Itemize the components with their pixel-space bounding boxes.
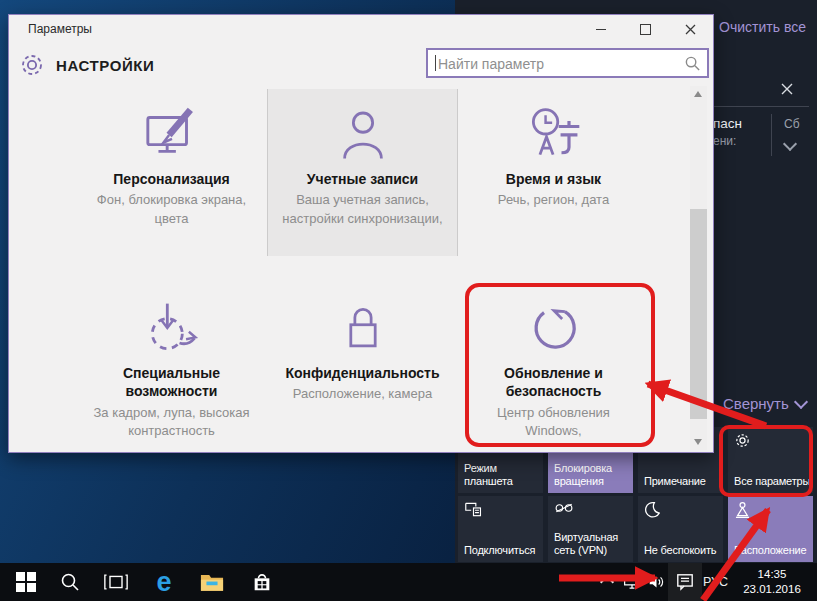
action-center-icon	[676, 573, 694, 591]
notification-day: Сб	[784, 117, 800, 131]
quick-action-tile-connect[interactable]: Подключиться	[458, 496, 543, 562]
action-center-tray-button[interactable]	[668, 563, 702, 601]
search-input[interactable]	[436, 50, 670, 78]
notification-expand-button[interactable]	[785, 139, 795, 149]
window-title: Параметры	[28, 22, 92, 36]
close-button[interactable]	[668, 15, 713, 43]
display-icon	[623, 574, 641, 590]
start-button[interactable]	[8, 563, 44, 601]
store-icon	[251, 571, 273, 593]
task-view-icon	[104, 574, 128, 590]
page-title: НАСТРОЙКИ	[56, 57, 155, 74]
maximize-icon	[640, 24, 651, 35]
tray-expand-button[interactable]	[596, 563, 618, 601]
settings-tile-privacy[interactable]: Конфиденциальность Расположение, камера	[267, 283, 458, 450]
chevron-down-icon	[783, 137, 797, 151]
vpn-icon	[554, 501, 574, 515]
tray-clock[interactable]: 14:35 23.01.2016	[738, 567, 806, 597]
settings-tile-time-language[interactable]: Время и язык Речь, регион, дата	[458, 89, 649, 256]
tray-volume-button[interactable]	[644, 563, 668, 601]
scrollbar[interactable]	[690, 86, 707, 450]
taskbar-search-button[interactable]	[52, 563, 88, 601]
speaker-icon	[648, 574, 665, 590]
chevron-down-icon	[794, 394, 808, 408]
connect-icon	[464, 501, 483, 518]
ease-of-access-icon	[142, 295, 202, 357]
settings-tile-ease-of-access[interactable]: Специальные возможности За кадром, лупа,…	[76, 283, 267, 450]
language-indicator[interactable]: РУС	[703, 575, 728, 589]
quick-action-tile-vpn[interactable]: Виртуальная сеть (VPN)	[548, 496, 633, 562]
tray-display-button[interactable]	[620, 563, 644, 601]
minimize-button[interactable]	[578, 15, 623, 43]
time-language-icon	[524, 101, 584, 163]
close-icon	[685, 24, 696, 35]
gear-icon	[734, 432, 751, 449]
titlebar[interactable]: Параметры	[9, 15, 713, 43]
quick-action-tile-location[interactable]: Расположение	[728, 496, 813, 562]
taskbar: e РУС	[0, 563, 817, 601]
collapse-link[interactable]: Свернуть	[723, 395, 806, 412]
store-button[interactable]	[244, 563, 280, 601]
quick-action-tile-quiet-hours[interactable]: Не беспокоить	[638, 496, 723, 562]
personalization-icon	[141, 101, 203, 163]
windows-logo-icon	[16, 572, 36, 592]
scroll-up-icon[interactable]	[694, 91, 702, 97]
scrollbar-thumb[interactable]	[690, 209, 707, 419]
settings-tile-personalization[interactable]: Персонализация Фон, блокировка экрана, ц…	[76, 89, 267, 256]
settings-gear-icon	[19, 52, 45, 82]
privacy-icon	[337, 295, 389, 357]
close-icon	[780, 82, 794, 96]
quick-action-tile-all-settings[interactable]: Все параметры	[728, 427, 813, 493]
notification-close-button[interactable]	[780, 82, 796, 98]
tray-date: 23.01.2016	[738, 582, 806, 597]
notification-vertical-divider	[771, 114, 772, 156]
update-security-icon	[525, 295, 583, 357]
settings-tile-grid: Персонализация Фон, блокировка экрана, ц…	[76, 89, 650, 450]
location-pin-icon	[734, 501, 751, 519]
minimize-icon	[596, 29, 606, 30]
file-explorer-button[interactable]	[194, 563, 230, 601]
folder-icon	[200, 572, 224, 592]
scroll-down-icon[interactable]	[694, 439, 702, 445]
search-box[interactable]	[426, 48, 709, 78]
maximize-button[interactable]	[623, 15, 668, 43]
notification-fragment: пасн ени:	[713, 116, 742, 148]
chevron-up-icon	[600, 575, 614, 589]
search-icon	[60, 572, 80, 592]
edge-button[interactable]: e	[146, 563, 182, 601]
task-view-button[interactable]	[98, 563, 134, 601]
settings-window: Параметры НАСТРОЙКИ	[8, 14, 714, 453]
accounts-icon	[335, 101, 391, 163]
search-icon[interactable]	[684, 55, 701, 76]
settings-tile-accounts[interactable]: Учетные записи Ваша учетная запись, наст…	[267, 89, 458, 256]
edge-icon: e	[156, 569, 171, 596]
moon-icon	[644, 501, 660, 518]
tray-time: 14:35	[738, 567, 806, 582]
clear-all-link[interactable]: Очистить все	[719, 19, 806, 35]
settings-tile-update-security[interactable]: Обновление и безопасность Центр обновлен…	[458, 283, 649, 450]
